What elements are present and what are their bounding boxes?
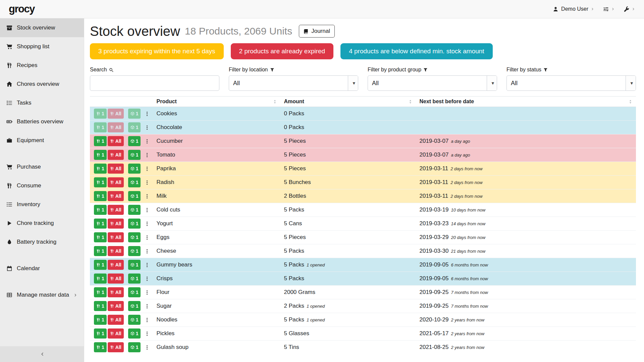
consume-all-button[interactable]: All xyxy=(108,177,124,187)
consume-all-button[interactable]: All xyxy=(108,205,124,215)
consume-one-button[interactable]: 1 xyxy=(94,342,107,352)
product-group-filter-select[interactable]: All xyxy=(368,75,497,91)
row-menu-button[interactable] xyxy=(145,221,150,226)
sidebar-item-battery-tracking[interactable]: Battery tracking xyxy=(0,233,84,251)
consume-all-button[interactable]: All xyxy=(108,191,124,201)
consume-one-button[interactable]: 1 xyxy=(94,205,107,215)
consume-one-button[interactable]: 1 xyxy=(94,177,107,187)
open-one-button[interactable]: 1 xyxy=(128,287,141,297)
consume-all-button[interactable]: All xyxy=(108,287,124,297)
user-menu[interactable]: Demo User xyxy=(553,6,594,12)
open-one-button[interactable]: 1 xyxy=(128,246,141,256)
open-one-button[interactable]: 1 xyxy=(128,136,141,146)
grocy-logo[interactable]: grocy xyxy=(9,3,35,15)
open-one-button[interactable]: 1 xyxy=(128,150,141,160)
consume-one-button[interactable]: 1 xyxy=(94,150,107,160)
sidebar-item-manage-master-data[interactable]: Manage master data xyxy=(0,286,84,304)
row-menu-button[interactable] xyxy=(145,180,150,185)
open-one-button[interactable]: 1 xyxy=(128,274,141,284)
sidebar-item-chores-overview[interactable]: Chores overview xyxy=(0,75,84,94)
row-menu-button[interactable] xyxy=(145,125,150,130)
consume-one-button[interactable]: 1 xyxy=(94,246,107,256)
best-before-column-header[interactable]: Next best before date xyxy=(416,97,636,107)
sidebar-item-recipes[interactable]: Recipes xyxy=(0,56,84,75)
row-menu-button[interactable] xyxy=(145,262,150,267)
sidebar-item-purchase[interactable]: Purchase xyxy=(0,158,84,176)
consume-one-button[interactable]: 1 xyxy=(94,328,107,339)
kebab-menu-icon xyxy=(145,235,150,240)
open-one-button[interactable]: 1 xyxy=(128,315,141,325)
consume-all-button[interactable]: All xyxy=(108,232,124,242)
sidebar-item-calendar[interactable]: Calendar xyxy=(0,259,84,278)
consume-all-button[interactable]: All xyxy=(108,219,124,229)
consume-one-button[interactable]: 1 xyxy=(94,164,107,174)
row-menu-button[interactable] xyxy=(145,153,150,158)
open-one-button[interactable]: 1 xyxy=(128,191,141,201)
consume-all-button[interactable]: All xyxy=(108,301,124,311)
admin-menu[interactable] xyxy=(624,6,635,12)
status-filter-select[interactable]: All xyxy=(506,75,636,91)
row-menu-button[interactable] xyxy=(145,304,150,309)
consume-all-button[interactable]: All xyxy=(108,342,124,352)
open-one-button[interactable]: 1 xyxy=(128,219,141,229)
sidebar-item-batteries-overview[interactable]: Batteries overview xyxy=(0,112,84,131)
open-one-button[interactable]: 1 xyxy=(128,164,141,174)
product-column-header[interactable]: Product xyxy=(153,97,280,107)
sidebar-item-consume[interactable]: Consume xyxy=(0,176,84,195)
settings-menu[interactable] xyxy=(603,6,615,12)
row-menu-button[interactable] xyxy=(145,249,150,254)
sidebar-item-inventory[interactable]: Inventory xyxy=(0,195,84,214)
open-one-button[interactable]: 1 xyxy=(128,260,141,270)
sidebar-item-shopping-list[interactable]: Shopping list xyxy=(0,37,84,56)
amount-column-header[interactable]: Amount xyxy=(280,97,416,107)
consume-all-button[interactable]: All xyxy=(108,328,124,339)
row-menu-button[interactable] xyxy=(145,235,150,240)
consume-one-button[interactable]: 1 xyxy=(94,191,107,201)
row-menu-button[interactable] xyxy=(145,276,150,281)
search-input[interactable] xyxy=(90,75,219,91)
row-menu-button[interactable] xyxy=(145,207,150,213)
row-menu-button[interactable] xyxy=(145,111,150,116)
open-one-button[interactable]: 1 xyxy=(128,342,141,352)
sidebar-item-stock-overview[interactable]: Stock overview xyxy=(0,18,84,37)
sidebar-item-equipment[interactable]: Equipment xyxy=(0,131,84,150)
open-one-button[interactable]: 1 xyxy=(128,328,141,339)
row-menu-button[interactable] xyxy=(145,166,150,171)
consume-one-button[interactable]: 1 xyxy=(94,287,107,297)
sidebar-collapse-button[interactable] xyxy=(0,346,84,362)
consume-one-button[interactable]: 1 xyxy=(94,274,107,284)
consume-all-button[interactable]: All xyxy=(108,246,124,256)
sidebar-item-tasks[interactable]: Tasks xyxy=(0,94,84,112)
sidebar-item-label: Recipes xyxy=(17,62,37,69)
row-menu-button[interactable] xyxy=(145,331,150,336)
status-filter: Filter by status All xyxy=(506,67,636,91)
consume-all-button[interactable]: All xyxy=(108,260,124,270)
consume-one-button[interactable]: 1 xyxy=(94,219,107,229)
journal-button[interactable]: Journal xyxy=(299,25,335,38)
consume-all-button[interactable]: All xyxy=(108,274,124,284)
open-one-button[interactable]: 1 xyxy=(128,205,141,215)
consume-one-button[interactable]: 1 xyxy=(94,260,107,270)
row-menu-button[interactable] xyxy=(145,290,150,295)
below-min-stock-alert[interactable]: 4 products are below defined min. stock … xyxy=(340,43,492,59)
row-menu-button[interactable] xyxy=(145,317,150,322)
row-menu-button[interactable] xyxy=(145,345,150,350)
row-menu-button[interactable] xyxy=(145,139,150,144)
open-one-button: 1 xyxy=(128,109,141,119)
consume-all-button[interactable]: All xyxy=(108,150,124,160)
consume-all-button[interactable]: All xyxy=(108,136,124,146)
open-one-button[interactable]: 1 xyxy=(128,232,141,242)
consume-one-button[interactable]: 1 xyxy=(94,315,107,325)
consume-one-button[interactable]: 1 xyxy=(94,301,107,311)
location-filter-select[interactable]: All xyxy=(229,75,358,91)
consume-one-button[interactable]: 1 xyxy=(94,232,107,242)
expired-alert[interactable]: 2 products are already expired xyxy=(231,43,334,59)
expiring-soon-alert[interactable]: 3 products expiring within the next 5 da… xyxy=(90,43,224,59)
row-menu-button[interactable] xyxy=(145,194,150,199)
sidebar-item-chore-tracking[interactable]: Chore tracking xyxy=(0,214,84,233)
open-one-button[interactable]: 1 xyxy=(128,301,141,311)
consume-one-button[interactable]: 1 xyxy=(94,136,107,146)
open-one-button[interactable]: 1 xyxy=(128,177,141,187)
consume-all-button[interactable]: All xyxy=(108,164,124,174)
consume-all-button[interactable]: All xyxy=(108,315,124,325)
